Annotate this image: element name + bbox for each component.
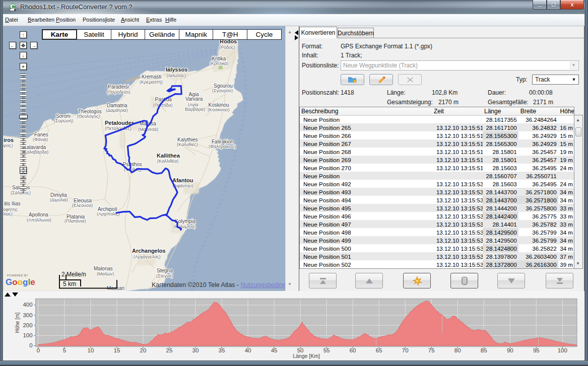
svg-text:(Καλυθιές): (Καλυθιές) <box>177 142 198 147</box>
svg-text:Länge [Km]: Länge [Km] <box>293 353 320 359</box>
svg-text:Malonas: Malonas <box>94 266 113 271</box>
svg-text:25: 25 <box>166 347 173 353</box>
svg-text:90: 90 <box>507 347 513 353</box>
svg-text:0: 0 <box>29 342 32 348</box>
svg-text:(Παραδείσι): (Παραδείσι) <box>107 90 130 95</box>
svg-text:Höhe [m]: Höhe [m] <box>15 312 20 333</box>
svg-text:80: 80 <box>454 347 461 353</box>
svg-text:(Απόλλωνα): (Απόλλωνα) <box>27 217 51 223</box>
svg-text:Kartendaten ©2010 Tele Atlas -: Kartendaten ©2010 Tele Atlas - Nutzungsb… <box>152 281 285 288</box>
svg-text:40: 40 <box>245 347 251 353</box>
svg-text:5: 5 <box>63 347 66 353</box>
svg-text:100: 100 <box>23 332 32 338</box>
svg-text:(Ρόδος): (Ρόδος) <box>219 45 235 50</box>
svg-text:Paradeisi: Paradeisi <box>108 84 129 90</box>
svg-text:Koskinou: Koskinou <box>209 102 229 108</box>
svg-text:POWERED BY: POWERED BY <box>7 274 28 277</box>
svg-text:20: 20 <box>140 347 147 353</box>
svg-text:95: 95 <box>533 347 540 353</box>
svg-text:100: 100 <box>558 347 567 353</box>
svg-text:2 Meile/n: 2 Meile/n <box>61 271 86 278</box>
svg-text:(Ελεούσα): (Ελεούσα) <box>72 203 93 208</box>
svg-text:Kremasti: Kremasti <box>142 74 161 80</box>
svg-text:30: 30 <box>192 347 199 353</box>
svg-text:(Κρεμαστή): (Κρεμαστή) <box>140 80 163 85</box>
svg-text:60: 60 <box>350 347 356 353</box>
svg-text:itis Ilias: itis Ilias <box>4 201 21 206</box>
svg-text:Βαρβάρα): Βαρβάρα) <box>185 107 205 112</box>
svg-text:70: 70 <box>402 347 409 353</box>
svg-text:15: 15 <box>114 347 120 353</box>
svg-text:35: 35 <box>219 347 225 353</box>
svg-text:Kallithea: Kallithea <box>157 153 180 159</box>
svg-text:Archangelos: Archangelos <box>132 248 166 254</box>
svg-text:Afantou: Afantou <box>172 177 193 183</box>
svg-text:λίας): λίας) <box>3 211 13 216</box>
svg-text:(Μαριτσά): (Μαριτσά) <box>138 127 158 132</box>
svg-text:85: 85 <box>481 347 487 353</box>
svg-text:10: 10 <box>88 347 94 353</box>
svg-text:400: 400 <box>23 302 32 308</box>
svg-text:Apollona: Apollona <box>29 212 48 217</box>
svg-text:Varvara: Varvara <box>185 96 203 102</box>
svg-text:0: 0 <box>37 347 40 353</box>
svg-text:(Ιαλυσός): (Ιαλυσός) <box>167 73 186 78</box>
svg-text:(Φάναι): (Φάναι) <box>33 137 48 142</box>
svg-text:(Σορωνή): (Σορωνή) <box>54 118 73 123</box>
svg-text:45: 45 <box>271 347 278 353</box>
svg-text:ιρος): ιρος) <box>3 143 13 148</box>
svg-text:iros: iros <box>4 137 14 143</box>
svg-text:200: 200 <box>23 322 32 328</box>
svg-text:5 km: 5 km <box>63 280 76 287</box>
svg-text:(Κοσκινού): (Κοσκινού) <box>208 107 229 112</box>
svg-text:(Αρχάγγελος): (Αρχάγγελος) <box>134 254 161 259</box>
svg-text:(Στεγνά): (Στεγνά) <box>156 273 173 278</box>
svg-text:Ialyssos: Ialyssos <box>166 66 187 72</box>
svg-text:50: 50 <box>297 347 304 353</box>
svg-text:Stegna: Stegna <box>157 268 173 273</box>
svg-text:300: 300 <box>23 312 32 318</box>
svg-text:(Θεολόγος): (Θεολόγος) <box>77 114 100 119</box>
svg-text:75: 75 <box>428 347 435 353</box>
svg-text:(Καλλιθέα): (Καλλιθέα) <box>157 159 178 164</box>
svg-text:(Δαμάτρια): (Δαμάτρια) <box>106 108 127 113</box>
svg-text:65: 65 <box>376 347 382 353</box>
svg-text:(Μαλών): (Μαλών) <box>97 271 114 276</box>
svg-text:(Κρητικά): (Κρητικά) <box>210 61 228 66</box>
svg-text:Psinthos: Psinthos <box>123 162 142 167</box>
svg-text:(Πλατάνια): (Πλατάνια) <box>64 218 86 224</box>
svg-text:(Φαληράκιον): (Φαληράκιον) <box>209 144 236 149</box>
svg-text:Google: Google <box>6 277 35 287</box>
svg-text:(Αγία: (Αγία <box>188 102 199 107</box>
svg-text:(Διμυλιά): (Διμυλιά) <box>50 197 68 202</box>
svg-text:(Σγουρού): (Σγουρού) <box>212 88 233 93</box>
svg-text:(Παστίδα): (Παστίδα) <box>153 103 173 108</box>
svg-text:55: 55 <box>323 347 330 353</box>
